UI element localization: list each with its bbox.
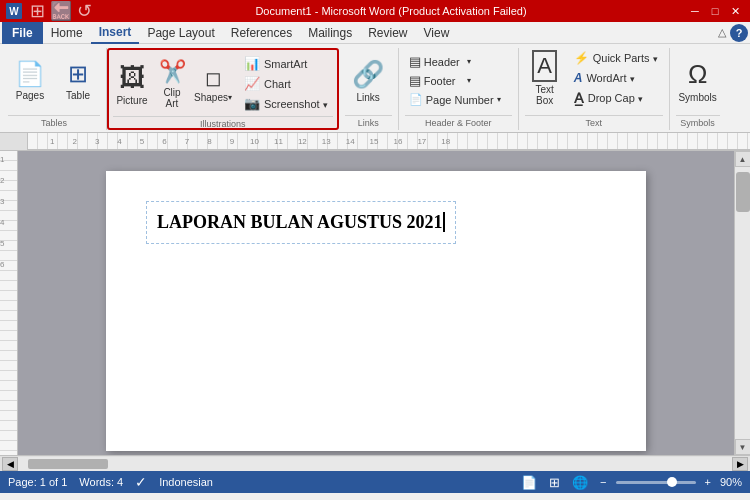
links-content: 🔗 Links [345, 48, 392, 113]
doc-text[interactable]: LAPORAN BULAN AGUSTUS 2021 [146, 201, 456, 244]
minimize-ribbon-icon[interactable]: △ [718, 26, 726, 39]
footer-button[interactable]: ▤ Footer ▾ [405, 72, 475, 90]
header-dropdown-icon: ▾ [467, 57, 471, 66]
print-layout-button[interactable]: 📄 [518, 474, 540, 491]
word-icon: W [6, 3, 22, 19]
minimize-button[interactable]: ─ [686, 3, 704, 19]
chart-icon: 📈 [244, 76, 260, 91]
menu-pagelayout[interactable]: Page Layout [139, 22, 222, 44]
textbox-button[interactable]: A TextBox [525, 48, 565, 108]
menu-mailings[interactable]: Mailings [300, 22, 360, 44]
text-label: Text [525, 115, 663, 130]
ribbon-group-header-footer: ▤ Header ▾ ▤ Footer ▾ 📄 Page Number ▾ He… [399, 48, 519, 130]
ribbon-group-illustrations: 🖼 Picture ✂️ ClipArt ◻ Shapes ▾ 📊 [107, 48, 339, 130]
menu-references[interactable]: References [223, 22, 300, 44]
quickparts-icon: ⚡ [574, 51, 589, 65]
h-scroll-thumb[interactable] [28, 459, 108, 469]
shapes-button[interactable]: ◻ Shapes ▾ [193, 54, 233, 114]
textbox-icon: A [532, 50, 557, 82]
full-screen-button[interactable]: ⊞ [546, 474, 563, 491]
pages-icon: 📄 [15, 60, 45, 88]
text-small-btns: ⚡ Quick Parts ▾ A WordArt ▾ A̲ Drop Cap … [569, 48, 663, 107]
scroll-thumb[interactable] [736, 172, 750, 212]
footer-icon: ▤ [409, 73, 421, 88]
illustrations-content: 🖼 Picture ✂️ ClipArt ◻ Shapes ▾ 📊 [113, 52, 333, 114]
wordart-icon: A [574, 71, 583, 85]
language-info: Indonesian [159, 476, 213, 488]
quickparts-button[interactable]: ⚡ Quick Parts ▾ [569, 48, 663, 67]
ruler-horizontal: 123456789101112131415161718 [28, 133, 750, 150]
links-label: Links [345, 115, 392, 130]
ruler-area: 123456789101112131415161718 [0, 133, 750, 151]
illustrations-small-btns: 📊 SmartArt 📈 Chart 📷 Screenshot ▾ [239, 54, 333, 113]
web-layout-button[interactable]: 🌐 [569, 474, 591, 491]
scroll-track[interactable] [735, 167, 750, 439]
maximize-button[interactable]: □ [706, 3, 724, 19]
dropcap-icon: A̲ [574, 90, 584, 106]
text-content: A TextBox ⚡ Quick Parts ▾ A WordArt ▾ A̲ [525, 48, 663, 113]
symbols-button[interactable]: Ω Symbols [676, 51, 720, 111]
title-bar-title: Document1 - Microsoft Word (Product Acti… [255, 5, 526, 17]
clipart-icon: ✂️ [159, 59, 186, 85]
symbols-content: Ω Symbols [676, 48, 720, 113]
picture-button[interactable]: 🖼 Picture [113, 54, 151, 114]
zoom-out-button[interactable]: − [597, 475, 609, 489]
pagenumber-icon: 📄 [409, 93, 423, 106]
menu-review[interactable]: Review [360, 22, 415, 44]
ribbon-group-text: A TextBox ⚡ Quick Parts ▾ A WordArt ▾ A̲ [519, 48, 670, 130]
ribbon-content: 📄 Pages ⊞ Table Tables 🖼 Picture [0, 44, 750, 132]
ruler-corner [0, 133, 28, 151]
links-button[interactable]: 🔗 Links [348, 53, 388, 108]
scroll-down-arrow[interactable]: ▼ [735, 439, 751, 455]
spelling-icon: ✓ [135, 474, 147, 490]
scroll-up-arrow[interactable]: ▲ [735, 151, 751, 167]
chart-button[interactable]: 📈 Chart [239, 74, 333, 93]
wordart-button[interactable]: A WordArt ▾ [569, 68, 663, 87]
ribbon-group-tables: 📄 Pages ⊞ Table Tables [2, 48, 107, 130]
screenshot-button[interactable]: 📷 Screenshot ▾ [239, 94, 333, 113]
zoom-slider[interactable] [616, 481, 696, 484]
header-icon: ▤ [409, 54, 421, 69]
pagenumber-button[interactable]: 📄 Page Number ▾ [405, 91, 505, 109]
scroll-right-arrow[interactable]: ▶ [732, 457, 748, 471]
screenshot-icon: 📷 [244, 96, 260, 111]
doc-text-content: LAPORAN BULAN AGUSTUS 2021 [157, 212, 443, 232]
scroll-left-arrow[interactable]: ◀ [2, 457, 18, 471]
pagenumber-dropdown-icon: ▾ [497, 95, 501, 104]
hf-content: ▤ Header ▾ ▤ Footer ▾ 📄 Page Number ▾ [405, 48, 512, 113]
footer-dropdown-icon: ▾ [467, 76, 471, 85]
ruler-vertical: 123456 [0, 151, 18, 455]
close-button[interactable]: ✕ [726, 3, 744, 19]
hf-label: Header & Footer [405, 115, 512, 130]
title-bar: W ⊞ 🔙 ↺ Document1 - Microsoft Word (Prod… [0, 0, 750, 22]
ruler-h-marks [28, 133, 750, 149]
header-button[interactable]: ▤ Header ▾ [405, 53, 475, 71]
zoom-thumb[interactable] [667, 477, 677, 487]
ribbon: 📄 Pages ⊞ Table Tables 🖼 Picture [0, 44, 750, 133]
help-button[interactable]: ? [730, 24, 748, 42]
smartart-icon: 📊 [244, 56, 260, 71]
zoom-in-button[interactable]: + [702, 475, 714, 489]
table-button[interactable]: ⊞ Table [56, 51, 100, 111]
menu-view[interactable]: View [416, 22, 458, 44]
smartart-button[interactable]: 📊 SmartArt [239, 54, 333, 73]
menu-insert[interactable]: Insert [91, 22, 140, 44]
symbols-label: Symbols [676, 115, 720, 130]
h-scroll-track[interactable] [18, 457, 732, 471]
file-menu[interactable]: File [2, 22, 43, 44]
vertical-scrollbar[interactable]: ▲ ▼ [734, 151, 750, 455]
pages-button[interactable]: 📄 Pages [8, 51, 52, 111]
clipart-button[interactable]: ✂️ ClipArt [153, 54, 191, 114]
title-bar-left: W ⊞ 🔙 ↺ [6, 0, 96, 22]
doc-area: 123456 LAPORAN BULAN AGUSTUS 2021 ▲ ▼ [0, 151, 750, 455]
table-icon: ⊞ [68, 60, 88, 88]
horizontal-scrollbar[interactable]: ◀ ▶ [0, 455, 750, 471]
dropcap-button[interactable]: A̲ Drop Cap ▾ [569, 88, 663, 107]
menu-home[interactable]: Home [43, 22, 91, 44]
text-cursor [443, 212, 445, 232]
zoom-level: 90% [720, 476, 742, 488]
illustrations-label: Illustrations [113, 116, 333, 131]
picture-icon: 🖼 [119, 62, 145, 93]
shapes-icon: ◻ [205, 66, 222, 90]
doc-scroll-area[interactable]: LAPORAN BULAN AGUSTUS 2021 [18, 151, 734, 455]
